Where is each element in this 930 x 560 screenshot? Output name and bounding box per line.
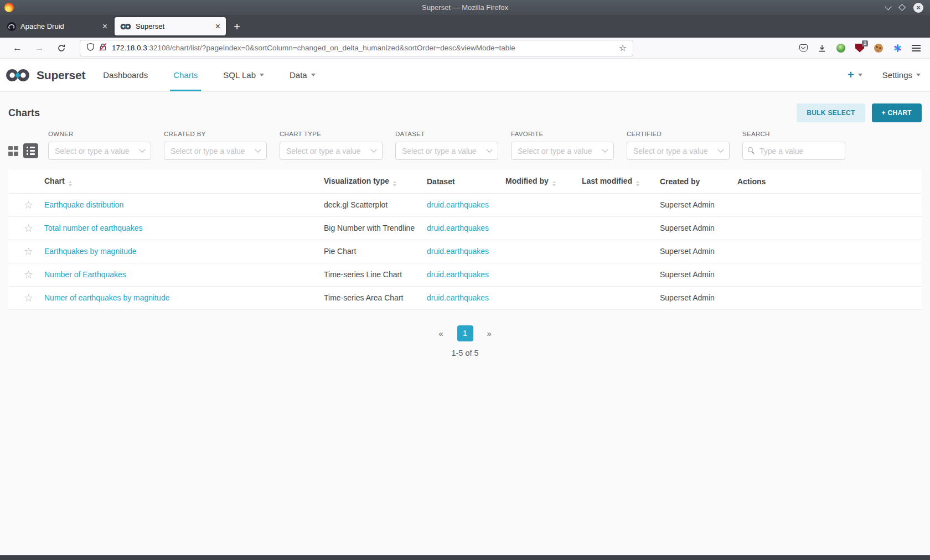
dataset-link[interactable]: druid.earthquakes [427,293,489,302]
favorite-star-icon[interactable]: ☆ [24,269,33,281]
chevron-down-icon [255,146,261,152]
certified-filter-select[interactable]: Select or type a value [627,142,730,160]
viz-type-cell: Time-series Line Chart [324,263,427,286]
download-icon[interactable] [818,44,826,53]
chart-type-filter-select[interactable]: Select or type a value [280,142,383,160]
brand-name: Superset [37,69,85,82]
last-modified-cell [582,286,660,309]
last-modified-cell [582,216,660,240]
reload-button[interactable] [57,44,66,53]
tab-label: Apache Druid [20,22,99,30]
favorite-star-icon[interactable]: ☆ [24,292,33,304]
sort-icon [636,181,639,186]
adblock-shield-icon[interactable]: 2 [855,44,864,53]
page-number-button[interactable]: 1 [457,325,473,341]
tab-close-icon[interactable]: × [215,22,220,32]
settings-menu[interactable]: Settings [882,70,921,80]
search-icon [748,147,753,152]
new-tab-button[interactable]: + [234,20,240,33]
card-view-icon[interactable] [8,146,18,156]
sort-icon [69,181,72,186]
table-row: ☆ Total number of earthquakes Big Number… [8,216,922,240]
cookie-extension-icon[interactable] [874,44,883,53]
forward-button[interactable]: → [35,43,44,54]
chart-link[interactable]: Number of Earthquakes [44,270,126,279]
url-host: 172.18.0.3 [112,44,147,52]
nav-item-sql-lab[interactable]: SQL Lab [220,59,267,91]
modified-by-cell [505,216,582,240]
nav-item-dashboards[interactable]: Dashboards [100,59,151,91]
chart-link[interactable]: Total number of earthquakes [44,224,142,232]
dataset-link[interactable]: druid.earthquakes [427,224,489,232]
nav-item-data[interactable]: Data [286,59,319,91]
superset-logo[interactable]: Superset [5,68,85,82]
chevron-down-icon [916,74,921,76]
dataset-link[interactable]: druid.earthquakes [427,270,489,279]
menu-icon[interactable] [912,45,921,51]
url-bar[interactable]: 172.18.0.3:32108/chart/list/?pageIndex=0… [80,40,633,56]
favorite-star-icon[interactable]: ☆ [24,199,33,211]
search-input[interactable] [742,142,845,160]
column-header-last-modified[interactable]: Last modified [582,170,660,193]
list-view-icon[interactable] [23,143,38,158]
extension-asterisk-icon[interactable] [893,44,902,53]
sort-icon [552,181,556,186]
favorite-star-icon[interactable]: ☆ [24,246,33,257]
column-label: Actions [737,177,766,186]
bookmark-star-icon[interactable]: ☆ [619,43,627,53]
add-new-menu[interactable]: + [848,69,862,81]
created-by-filter-select[interactable]: Select or type a value [164,142,267,160]
window-bottom-edge [0,555,930,560]
table-row: ☆ Number of Earthquakes Time-series Line… [8,263,922,286]
tab-apache-druid[interactable]: Apache Druid × [2,17,113,35]
last-modified-cell [582,240,660,263]
favorite-column-header [8,170,44,193]
favorite-filter-select[interactable]: Select or type a value [511,142,614,160]
column-header-chart[interactable]: Chart [44,170,324,193]
window-maximize-icon[interactable] [898,4,906,11]
charts-table: Chart Visualization type Dataset Modifie… [8,170,922,310]
next-page-button[interactable]: » [487,329,492,338]
dataset-filter-select[interactable]: Select or type a value [395,142,498,160]
column-label: Modified by [505,177,549,185]
bulk-select-button[interactable]: BULK SELECT [797,103,865,122]
superset-icon [120,23,131,30]
page-title: Charts [8,107,40,119]
insecure-lock-icon[interactable] [99,43,107,54]
chevron-down-icon [602,146,608,152]
superset-navbar: Superset Dashboards Charts SQL Lab Data … [0,59,930,92]
owner-filter-select[interactable]: Select or type a value [48,142,151,160]
add-chart-button[interactable]: + CHART [872,103,922,122]
viz-type-cell: Time-series Area Chart [324,286,427,309]
created-by-cell: Superset Admin [660,216,737,240]
dataset-link[interactable]: druid.earthquakes [427,247,489,256]
table-row: ☆ Earthquakes by magnitude Pie Chart dru… [8,240,922,263]
window-close-icon[interactable]: × [913,3,923,13]
chart-link[interactable]: Numer of earthquakes by magnitude [44,293,169,302]
chart-link[interactable]: Earthquakes by magnitude [44,247,137,256]
filter-label-dataset: DATASET [395,131,498,137]
viz-type-cell: Big Number with Trendline [324,216,427,240]
column-label: Last modified [582,177,632,185]
previous-page-button[interactable]: « [438,329,443,338]
shield-icon[interactable] [86,43,95,54]
nav-item-charts[interactable]: Charts [170,59,201,91]
created-by-cell: Superset Admin [660,263,737,286]
chevron-down-icon [858,74,862,76]
column-label: Created by [660,177,700,186]
actions-cell [737,240,922,263]
dataset-link[interactable]: druid.earthquakes [427,200,489,209]
column-header-modified-by[interactable]: Modified by [505,170,582,193]
favorite-star-icon[interactable]: ☆ [24,222,33,234]
column-header-visualization-type[interactable]: Visualization type [324,170,427,193]
column-label: Chart [44,177,65,185]
window-minimize-icon[interactable] [885,3,892,11]
chart-link[interactable]: Earthquake distribution [44,200,123,209]
tab-superset[interactable]: Superset × [115,17,226,35]
back-button[interactable]: ← [13,43,22,54]
pocket-icon[interactable] [799,44,808,52]
tab-close-icon[interactable]: × [102,22,107,32]
url-text[interactable]: 172.18.0.3:32108/chart/list/?pageIndex=0… [112,44,515,52]
settings-label: Settings [882,70,912,80]
extension-green-icon[interactable] [836,44,845,53]
